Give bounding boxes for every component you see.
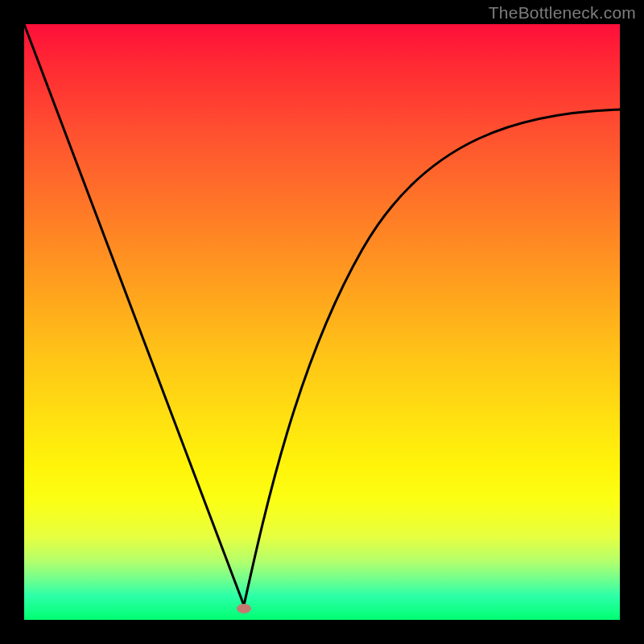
chart-stage: TheBottleneck.com [0,0,644,644]
curve-left-branch [24,24,244,605]
watermark-text: TheBottleneck.com [489,3,636,23]
minimum-marker [237,604,251,613]
bottleneck-curve [24,24,620,620]
curve-right-branch [244,109,620,605]
plot-area [24,24,620,620]
